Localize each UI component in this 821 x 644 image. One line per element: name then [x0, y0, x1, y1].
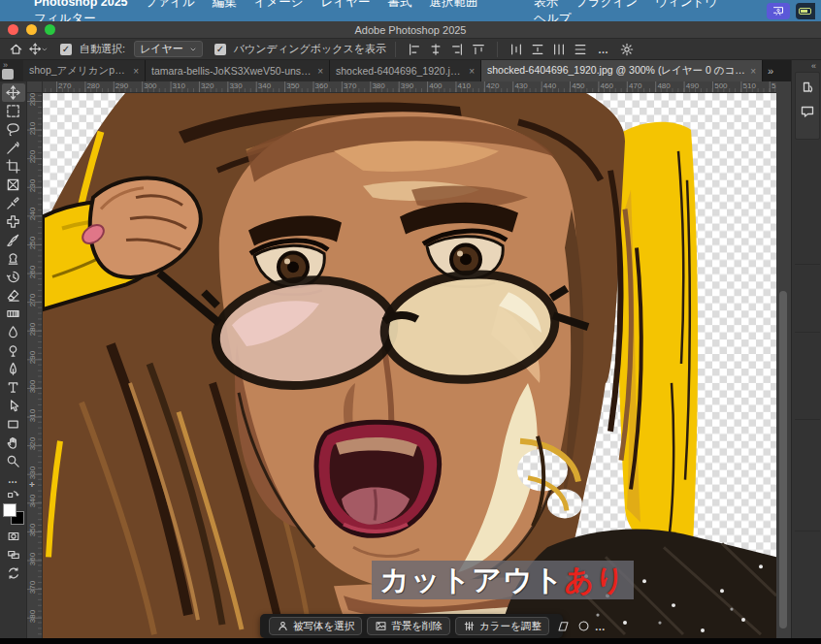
move-tool-preset-icon[interactable] — [29, 41, 49, 58]
menu-item[interactable]: ウィンドウ — [646, 0, 726, 9]
brush-tool[interactable] — [2, 231, 25, 249]
document-tab[interactable]: shocked-6404696_1920.jpg @ 300% (レイヤー 0 … — [481, 60, 763, 81]
hand-tool — [6, 435, 20, 450]
type-tool[interactable] — [2, 378, 25, 397]
menu-item[interactable]: レイヤー — [312, 0, 379, 9]
eyedropper-tool[interactable] — [2, 194, 25, 212]
menu-item[interactable]: 選択範囲 — [421, 0, 487, 9]
toolbar-collapse[interactable]: » — [0, 60, 23, 81]
menu-item[interactable]: 書式 — [379, 0, 421, 9]
crop-tool[interactable] — [2, 157, 25, 176]
rotate-view[interactable] — [2, 564, 25, 582]
close-icon[interactable]: × — [469, 66, 475, 77]
align-center-h-icon[interactable] — [426, 41, 445, 58]
close-icon[interactable]: × — [133, 66, 139, 77]
taskbar-button[interactable]: 被写体を選択 — [269, 617, 362, 635]
ruler-corner[interactable] — [27, 81, 43, 93]
comment-icon[interactable] — [800, 104, 815, 119]
document-tab[interactable]: shop_アメリカンpsd.psd ...× — [23, 60, 146, 81]
zoom-tool[interactable] — [2, 452, 25, 470]
brush-tool — [6, 233, 20, 247]
vertical-scrollbar[interactable] — [779, 291, 787, 628]
swap-colors-icon[interactable] — [2, 489, 25, 500]
marquee-tool — [6, 104, 20, 118]
document-tab[interactable]: shocked-6404696_1920.jpg @...× — [330, 60, 481, 81]
dodge-tool[interactable] — [2, 341, 25, 360]
close-icon[interactable]: × — [750, 66, 756, 77]
taskbar-buttons: 被写体を選択背景を削除カラーを調整 — [269, 617, 549, 635]
dist-2-icon[interactable] — [528, 41, 547, 58]
menu-item[interactable]: Photoshop 2025 — [25, 0, 137, 9]
mask-circle-icon — [577, 620, 590, 632]
bounding-box-checkbox[interactable]: ✓ — [214, 44, 226, 55]
gradient-tool[interactable] — [2, 305, 25, 323]
history-brush-tool[interactable] — [2, 268, 25, 286]
home-icon[interactable] — [6, 41, 25, 58]
align-right-icon[interactable] — [447, 41, 467, 58]
align-left-icon[interactable] — [405, 41, 424, 58]
quick-mask-mode[interactable] — [2, 527, 25, 545]
healing-brush-tool[interactable] — [2, 212, 25, 231]
caption-text-white: カットアウト — [379, 561, 564, 600]
zoom-tool — [6, 454, 20, 468]
tab-overflow-chevron[interactable]: » — [763, 65, 778, 77]
align-right — [450, 43, 464, 56]
dist-3-icon[interactable] — [549, 41, 569, 58]
document-tab[interactable]: tamara-bellis-JoKS3XweV50-unsplash.jpg× — [146, 60, 330, 81]
align-top-icon[interactable] — [469, 41, 488, 58]
more-options-icon[interactable]: … — [594, 41, 613, 58]
color-swatches[interactable] — [3, 503, 24, 525]
edit-toolbar-icon[interactable]: … — [2, 470, 25, 489]
lasso-tool[interactable] — [2, 120, 25, 139]
bounding-box-label: バウンディングボックスを表示 — [234, 42, 386, 56]
menu-item[interactable]: 表示 — [525, 0, 567, 9]
transform-icon[interactable] — [557, 620, 570, 632]
document-canvas[interactable]: カットアウトあり — [43, 93, 776, 638]
screen-mode[interactable] — [2, 545, 25, 564]
quick-mask-mode — [7, 530, 20, 543]
object-selection-tool — [6, 141, 20, 155]
gear-icon[interactable] — [617, 41, 637, 58]
object-selection-tool[interactable] — [2, 139, 25, 157]
frame-tool — [6, 177, 20, 192]
menu-item[interactable]: ファイル — [137, 0, 204, 9]
taskbar-button[interactable]: カラーを調整 — [455, 617, 549, 635]
menu-item[interactable]: プラグイン — [567, 0, 646, 9]
battery-icon[interactable] — [796, 3, 815, 19]
clone-stamp-tool[interactable] — [2, 249, 25, 268]
close-icon[interactable]: × — [317, 66, 323, 77]
taskbar-more-icon[interactable]: … — [595, 621, 607, 632]
path-selection-tool — [6, 399, 20, 413]
foreground-color-swatch[interactable] — [3, 503, 16, 517]
move-tool[interactable] — [2, 83, 25, 102]
pen-tool[interactable] — [2, 360, 25, 378]
dist-1 — [509, 43, 523, 56]
dist-1-icon[interactable] — [507, 41, 526, 58]
eraser-tool[interactable] — [2, 286, 25, 305]
hand-tool[interactable] — [2, 434, 25, 452]
taskbar-button[interactable]: 背景を削除 — [367, 617, 450, 635]
marquee-tool[interactable] — [2, 102, 25, 120]
version-history-icon[interactable] — [800, 80, 815, 96]
blur-tool[interactable] — [2, 323, 25, 341]
shape-tool[interactable] — [2, 415, 25, 434]
vertical-ruler[interactable]: ✛ 20021022023024025026027028029030031032… — [27, 93, 43, 638]
tool-list — [2, 83, 25, 470]
shape-tool — [6, 417, 20, 432]
mask-circle-icon[interactable] — [577, 620, 590, 632]
auto-select-checkbox[interactable]: ✓ — [60, 44, 72, 55]
screen-mirroring-icon[interactable] — [767, 3, 790, 19]
dist-4-icon[interactable] — [571, 41, 590, 58]
menu-item[interactable]: イメージ — [246, 0, 312, 9]
auto-select-dropdown[interactable]: レイヤー — [134, 41, 203, 57]
menu-item[interactable]: 編集 — [204, 0, 246, 9]
version-history-icon — [800, 80, 815, 96]
dist-2 — [531, 43, 544, 56]
horizontal-ruler[interactable]: 2702802903003103203303403503603703803904… — [43, 81, 776, 93]
frame-tool[interactable] — [2, 176, 25, 194]
document-tab-bar: » shop_アメリカンpsd.psd ...×tamara-bellis-Jo… — [0, 60, 791, 81]
healing-brush-tool — [6, 214, 20, 229]
path-selection-tool[interactable] — [2, 397, 25, 415]
clone-stamp-tool — [6, 251, 20, 266]
panel-collapse-icon[interactable]: « — [811, 61, 816, 71]
